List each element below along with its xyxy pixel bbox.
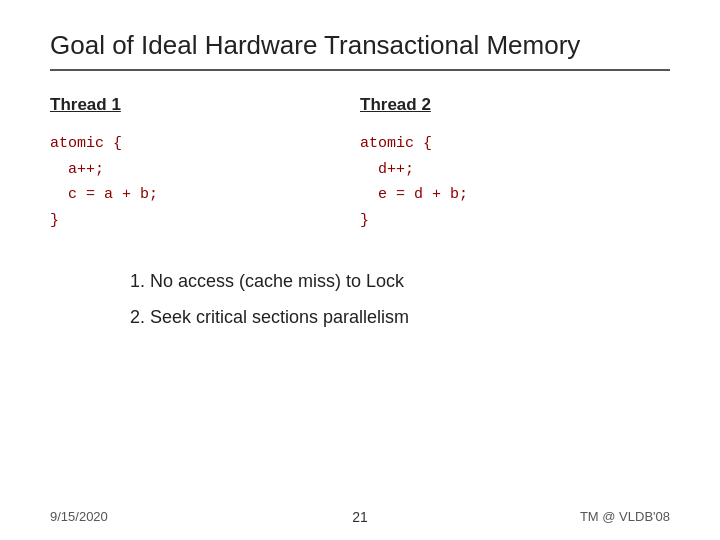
slide-title: Goal of Ideal Hardware Transactional Mem…	[50, 30, 670, 61]
thread2-code-line-1: atomic {	[360, 131, 650, 157]
thread1-code: atomic { a++; c = a + b; }	[50, 131, 340, 233]
footer-page-number: 21	[352, 509, 368, 525]
columns-container: Thread 1 atomic { a++; c = a + b; } Thre…	[50, 95, 670, 233]
column-thread2: Thread 2 atomic { d++; e = d + b; }	[360, 95, 670, 233]
thread2-code-line-2: d++;	[360, 157, 650, 183]
bullet-list: No access (cache miss) to Lock Seek crit…	[130, 263, 670, 335]
bullet-item-2: Seek critical sections parallelism	[150, 299, 670, 335]
thread1-code-line-4: }	[50, 208, 340, 234]
thread1-code-line-2: a++;	[50, 157, 340, 183]
thread2-code-line-4: }	[360, 208, 650, 234]
footer-date: 9/15/2020	[50, 509, 108, 524]
title-divider	[50, 69, 670, 71]
thread2-code: atomic { d++; e = d + b; }	[360, 131, 650, 233]
slide: Goal of Ideal Hardware Transactional Mem…	[0, 0, 720, 540]
thread2-label: Thread 2	[360, 95, 650, 115]
thread1-code-line-1: atomic {	[50, 131, 340, 157]
footer: 9/15/2020 21 TM @ VLDB'08	[50, 509, 670, 524]
column-thread1: Thread 1 atomic { a++; c = a + b; }	[50, 95, 360, 233]
thread1-label: Thread 1	[50, 95, 340, 115]
thread2-code-line-3: e = d + b;	[360, 182, 650, 208]
thread1-code-line-3: c = a + b;	[50, 182, 340, 208]
footer-conference: TM @ VLDB'08	[580, 509, 670, 524]
bullet-item-1: No access (cache miss) to Lock	[150, 263, 670, 299]
